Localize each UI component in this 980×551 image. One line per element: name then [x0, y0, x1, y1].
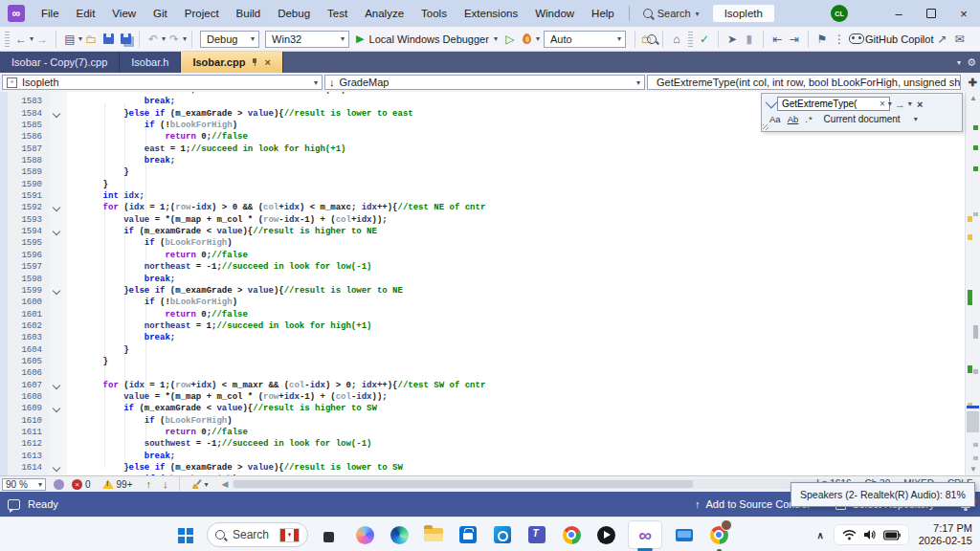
code-line[interactable]: 1606 — [0, 367, 965, 379]
quick-search-button[interactable]: Search ▾ — [635, 8, 707, 19]
chevron-down-icon[interactable]: ▾ — [536, 34, 540, 43]
fold-margin[interactable] — [50, 285, 67, 297]
resize-grip[interactable] — [763, 124, 768, 130]
chrome-profile-icon[interactable] — [706, 521, 731, 548]
code-line[interactable]: 1588 break; — [0, 155, 965, 166]
chrome-icon[interactable] — [559, 521, 584, 548]
code-line[interactable]: 1611 return 0;//false — [0, 427, 965, 438]
fold-margin[interactable] — [50, 143, 67, 155]
fold-margin[interactable] — [50, 403, 67, 414]
collapse-chevron-icon[interactable] — [53, 228, 60, 235]
document-tab[interactable]: Isobar.cpp× — [181, 52, 282, 73]
code-line[interactable]: 1597 northeast = -1;//succeed in look fo… — [0, 261, 965, 273]
taskbar-clock[interactable]: 7:17 PM 2026-02-15 — [919, 522, 972, 547]
collapse-chevron-icon[interactable] — [53, 287, 60, 295]
hot-reload-button[interactable] — [519, 30, 536, 49]
fold-margin[interactable] — [50, 274, 67, 285]
feedback-button[interactable]: ✉ — [950, 30, 968, 49]
file-explorer-icon[interactable] — [421, 521, 446, 548]
save-button[interactable] — [100, 30, 117, 49]
open-file-button[interactable]: 🗀 — [82, 30, 100, 49]
fold-margin[interactable] — [50, 415, 67, 427]
fold-margin[interactable] — [50, 237, 67, 249]
scroll-up-arrow[interactable]: ▲ — [966, 94, 980, 102]
match-case-toggle[interactable]: Aa — [769, 114, 781, 124]
fold-margin[interactable] — [50, 380, 67, 391]
undo-button[interactable]: ↶ — [145, 30, 162, 49]
store-icon[interactable] — [456, 521, 480, 548]
maximize-button[interactable] — [915, 0, 947, 27]
run-tests-button[interactable]: ✓ — [696, 30, 713, 49]
tab-overflow-button[interactable]: ▾ — [957, 58, 961, 67]
scroll-left-arrow[interactable]: ◀ — [222, 479, 229, 489]
navigate-forward-button[interactable]: → — [33, 30, 51, 49]
fold-margin[interactable] — [50, 190, 67, 202]
fold-margin[interactable] — [50, 155, 67, 166]
configuration-dropdown[interactable]: Debug▾ — [200, 31, 259, 48]
new-project-button[interactable]: ▤ — [61, 30, 78, 49]
fold-margin[interactable] — [50, 250, 67, 261]
fold-margin[interactable] — [50, 120, 67, 131]
close-tab-icon[interactable]: × — [264, 56, 270, 68]
code-line[interactable]: 1586 return 0;//false — [0, 131, 965, 143]
copilot-icon[interactable] — [352, 521, 377, 548]
toolbar-grip[interactable] — [5, 32, 10, 47]
menu-project[interactable]: Project — [176, 0, 228, 27]
collapse-chevron-icon[interactable] — [53, 204, 60, 211]
find-input[interactable] — [777, 97, 890, 111]
code-line[interactable]: 1596 return 0;//false — [0, 250, 965, 261]
redo-button[interactable]: ↷ — [166, 30, 183, 49]
fold-margin[interactable] — [50, 226, 67, 237]
horizontal-scrollbar[interactable] — [232, 479, 844, 489]
scroll-down-arrow[interactable]: ▼ — [966, 465, 980, 474]
code-line[interactable]: 1593 value = *(m_map + m_col * (row-idx-… — [0, 214, 965, 226]
member-dropdown[interactable]: GetExtremeType(int col, int row, bool bL… — [647, 75, 961, 90]
collapse-chevron-icon[interactable] — [53, 109, 60, 117]
code-line[interactable]: 1605 } — [0, 356, 965, 367]
menu-test[interactable]: Test — [319, 0, 356, 27]
search-scope-dropdown[interactable]: Current document▾ — [824, 114, 918, 124]
toolbar-overflow-button[interactable]: ⋮ — [831, 30, 848, 49]
code-line[interactable]: 1592 for (idx = 1;(row-idx) > 0 && (col+… — [0, 202, 965, 213]
close-find-icon[interactable]: × — [917, 99, 923, 110]
split-window-button[interactable]: ✚ — [965, 77, 980, 89]
clear-search-icon[interactable]: × — [880, 99, 885, 109]
outlook-icon[interactable] — [490, 521, 515, 548]
menu-window[interactable]: Window — [526, 0, 583, 27]
fold-margin[interactable] — [50, 214, 67, 226]
search-history-dropdown[interactable]: ▾ — [888, 99, 892, 108]
code-line[interactable]: 1608 value = *(m_map + m_col * (row+idx-… — [0, 391, 965, 403]
find-options-dropdown[interactable]: ▾ — [908, 99, 912, 108]
pin-icon[interactable] — [251, 58, 258, 67]
fold-margin[interactable] — [50, 367, 67, 379]
document-tab[interactable]: Isobar.h — [120, 52, 181, 73]
next-issue-button[interactable]: ↓ — [163, 478, 168, 490]
fold-margin[interactable] — [50, 261, 67, 273]
navigate-cursor-button[interactable]: ➤ — [724, 30, 741, 49]
toolbar-grip[interactable] — [688, 32, 693, 47]
solution-explorer-button[interactable]: ⌂ — [668, 30, 685, 49]
find-in-files-button[interactable]: 🗀 — [640, 30, 657, 49]
window-settings-icon[interactable]: ⚙ — [967, 56, 976, 69]
document-tab[interactable]: Isobar - Copy(7).cpp — [0, 52, 120, 73]
visual-studio-icon[interactable]: ∞ — [628, 520, 662, 549]
menu-extensions[interactable]: Extensions — [456, 0, 526, 27]
fold-margin[interactable] — [50, 332, 67, 343]
close-button[interactable]: × — [947, 0, 980, 27]
code-line[interactable]: 1609 if (m_examGrade < value){//result i… — [0, 403, 965, 414]
code-line[interactable]: 1607 for (idx = 1;(row+idx) < m_maxr && … — [0, 380, 965, 391]
code-line[interactable]: 1600 if (!bLookForHigh) — [0, 297, 965, 308]
bookmark-button[interactable]: ⚑ — [813, 30, 831, 49]
fold-margin[interactable] — [50, 438, 67, 450]
menu-view[interactable]: View — [103, 0, 145, 27]
code-line[interactable]: 1591 int idx; — [0, 190, 965, 202]
clipboard-button[interactable]: ▮ — [741, 30, 758, 49]
code-cleanup-button[interactable]: ▾ — [192, 479, 209, 489]
fold-margin[interactable] — [50, 391, 67, 403]
code-line[interactable]: 1603 break; — [0, 332, 965, 343]
task-view-icon[interactable] — [318, 521, 343, 548]
code-line[interactable]: 1601 return 0;//false — [0, 309, 965, 320]
code-line[interactable]: 1598 break; — [0, 274, 965, 285]
code-line[interactable]: 1612 southwest = -1;//succeed in look fo… — [0, 438, 965, 450]
code-line[interactable]: 1613 break; — [0, 451, 965, 462]
